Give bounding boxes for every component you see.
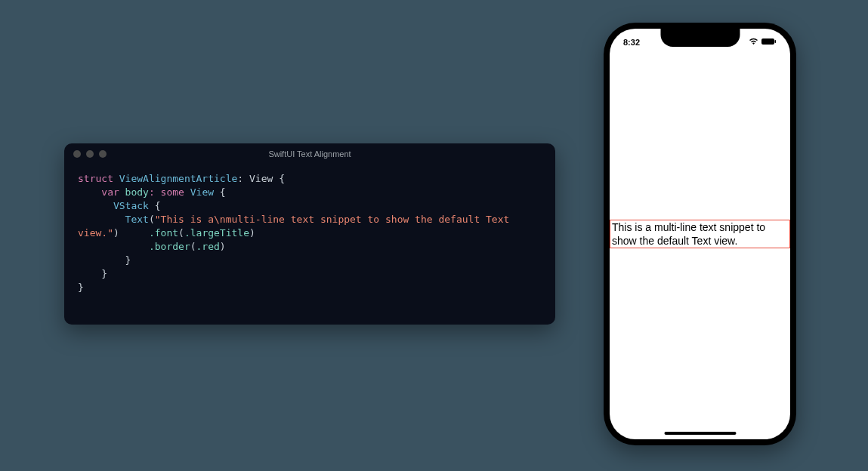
code-token: : View {	[237, 173, 285, 184]
code-token: body	[119, 186, 149, 198]
code-token: View	[184, 186, 214, 198]
code-token: VStack	[78, 200, 149, 211]
code-token: ViewAlignmentArticle	[113, 173, 237, 184]
code-token: : some	[149, 186, 184, 198]
editor-title: SwiftUI Text Alignment	[64, 149, 555, 159]
code-token: struct	[78, 173, 113, 184]
code-token: var	[78, 186, 119, 198]
phone-mockup: 8:32 This is a multi-line text snippet t…	[604, 23, 796, 445]
code-token: {	[214, 186, 226, 198]
code-token: )	[113, 227, 119, 239]
code-token: (	[178, 227, 184, 239]
code-token: .border	[78, 241, 190, 252]
phone-content: This is a multi-line text snippet to sho…	[610, 29, 790, 439]
code-token: "This is a\nmulti-line text snippet to s…	[155, 214, 510, 225]
code-token: (	[190, 241, 196, 252]
phone-screen: 8:32 This is a multi-line text snippet t…	[610, 29, 790, 439]
code-token: )	[220, 241, 226, 252]
code-token: (	[149, 214, 155, 225]
home-indicator	[664, 432, 736, 435]
code-token: }	[78, 282, 84, 293]
status-right	[749, 38, 777, 47]
battery-icon	[761, 38, 777, 47]
code-token: }	[78, 268, 107, 279]
phone-notch	[660, 29, 740, 47]
code-token: .font	[119, 227, 178, 239]
code-editor-window: SwiftUI Text Alignment struct ViewAlignm…	[64, 143, 555, 325]
status-time: 8:32	[623, 38, 640, 47]
editor-titlebar: SwiftUI Text Alignment	[64, 143, 555, 165]
code-token: }	[78, 254, 131, 266]
wifi-icon	[749, 38, 758, 47]
code-token: .largeTitle	[184, 227, 249, 239]
code-token: {	[149, 200, 161, 211]
code-token: )	[249, 227, 255, 239]
code-token: view."	[78, 227, 113, 239]
text-view-output: This is a multi-line text snippet to sho…	[610, 220, 790, 248]
code-body[interactable]: struct ViewAlignmentArticle: View { var …	[64, 165, 555, 302]
svg-rect-0	[761, 38, 774, 45]
code-token: Text	[78, 214, 149, 225]
code-token: .red	[196, 241, 220, 252]
svg-rect-1	[775, 40, 777, 43]
